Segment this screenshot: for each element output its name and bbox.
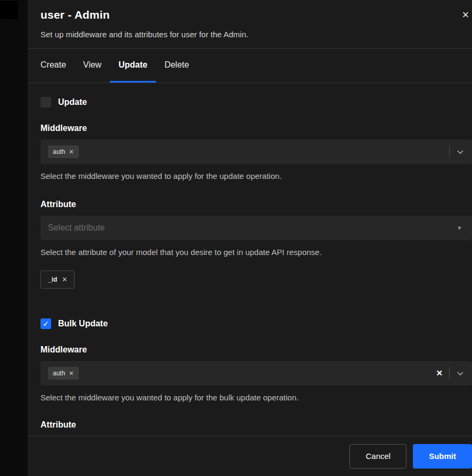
update-checkbox-row: Update: [40, 97, 472, 108]
tag-list: auth ✕: [48, 367, 436, 380]
tab-delete[interactable]: Delete: [156, 49, 198, 83]
separator: [449, 146, 450, 158]
tag-label: auth: [53, 148, 65, 155]
modal-body: Update Middleware auth ✕ Select the midd…: [28, 83, 472, 436]
selected-attribute-chip: _id ✕: [40, 270, 75, 289]
middleware-tag: auth ✕: [48, 367, 79, 380]
chevron-down-icon[interactable]: [456, 147, 465, 156]
modal-title: user - Admin: [40, 9, 459, 21]
clear-icon[interactable]: ✕: [436, 368, 443, 378]
modal-subtitle: Set up middleware and its attributes for…: [40, 30, 459, 39]
tab-bar: Create View Update Delete: [28, 49, 472, 83]
middleware-tag: auth ✕: [48, 145, 79, 158]
tab-view[interactable]: View: [75, 49, 110, 83]
tag-list: auth ✕: [48, 145, 449, 158]
bulk-update-checkbox[interactable]: ✓: [40, 318, 51, 329]
update-attribute-help: Select the attribute of your model that …: [40, 248, 472, 257]
submit-button[interactable]: Submit: [413, 444, 472, 469]
modal-footer: Cancel Submit: [28, 436, 472, 476]
bulk-update-checkbox-row: ✓ Bulk Update: [40, 318, 472, 329]
chip-label: _id: [48, 276, 57, 283]
tag-label: auth: [53, 370, 65, 377]
bulk-attribute-label: Attribute: [40, 420, 472, 430]
update-middleware-select[interactable]: auth ✕: [40, 139, 472, 164]
update-middleware-label: Middleware: [40, 124, 472, 133]
update-attribute-select[interactable]: Select attribute ▼: [40, 216, 472, 240]
background-app-icon: [0, 1, 18, 19]
update-checkbox-label: Update: [58, 97, 87, 107]
tab-update[interactable]: Update: [110, 49, 156, 83]
caret-down-icon: ▼: [457, 225, 462, 231]
update-checkbox[interactable]: [40, 97, 51, 108]
bulk-middleware-select[interactable]: auth ✕ ✕: [40, 361, 472, 385]
modal-header: user - Admin Set up middleware and its a…: [28, 0, 472, 49]
middleware-config-modal: user - Admin Set up middleware and its a…: [28, 0, 472, 476]
bulk-middleware-label: Middleware: [40, 345, 472, 355]
update-middleware-help: Select the middleware you wanted to appl…: [40, 171, 472, 180]
separator: [449, 367, 450, 379]
attribute-placeholder: Select attribute: [48, 223, 457, 233]
bulk-middleware-help: Select the middleware you wanted to appl…: [40, 393, 472, 402]
update-attribute-label: Attribute: [40, 200, 472, 209]
cancel-button[interactable]: Cancel: [349, 444, 406, 469]
tab-create[interactable]: Create: [32, 49, 75, 83]
tag-remove-icon[interactable]: ✕: [69, 370, 74, 377]
close-icon[interactable]: ×: [458, 7, 472, 22]
chevron-down-icon[interactable]: [456, 369, 465, 377]
bulk-update-checkbox-label: Bulk Update: [58, 319, 108, 329]
chip-remove-icon[interactable]: ✕: [62, 276, 67, 283]
tag-remove-icon[interactable]: ✕: [69, 149, 74, 155]
select-controls: ✕: [436, 367, 465, 379]
select-controls: [449, 146, 465, 158]
